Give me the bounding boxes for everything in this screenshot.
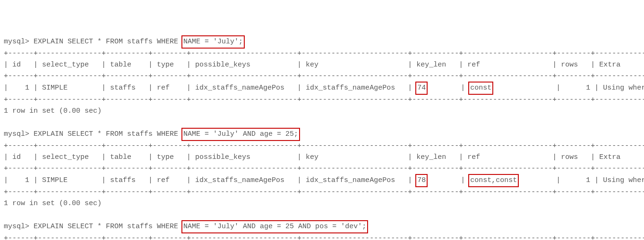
highlight-key_len: 74: [415, 82, 428, 95]
sql-statement: EXPLAIN SELECT * FROM staffs WHERE: [34, 130, 182, 138]
mysql-prompt: mysql>: [4, 130, 34, 138]
highlight-ref: const: [468, 82, 493, 95]
sql-statement: EXPLAIN SELECT * FROM staffs WHERE: [34, 223, 182, 231]
highlight-key_len: 78: [415, 174, 428, 187]
result-footer: 1 row in set (0.00 sec): [4, 199, 102, 207]
highlight-where-clause: NAME = 'July' AND age = 25 AND pos = 'de…: [181, 220, 368, 233]
terminal-output: mysql> EXPLAIN SELECT * FROM staffs WHER…: [4, 36, 644, 240]
highlight-where-clause: NAME = 'July';: [181, 35, 245, 49]
highlight-where-clause: NAME = 'July' AND age = 25;: [181, 128, 300, 141]
mysql-prompt: mysql>: [4, 223, 34, 231]
mysql-prompt: mysql>: [4, 38, 34, 46]
result-footer: 1 row in set (0.00 sec): [4, 107, 102, 115]
highlight-ref: const,const: [468, 174, 519, 187]
sql-statement: EXPLAIN SELECT * FROM staffs WHERE: [34, 38, 182, 46]
